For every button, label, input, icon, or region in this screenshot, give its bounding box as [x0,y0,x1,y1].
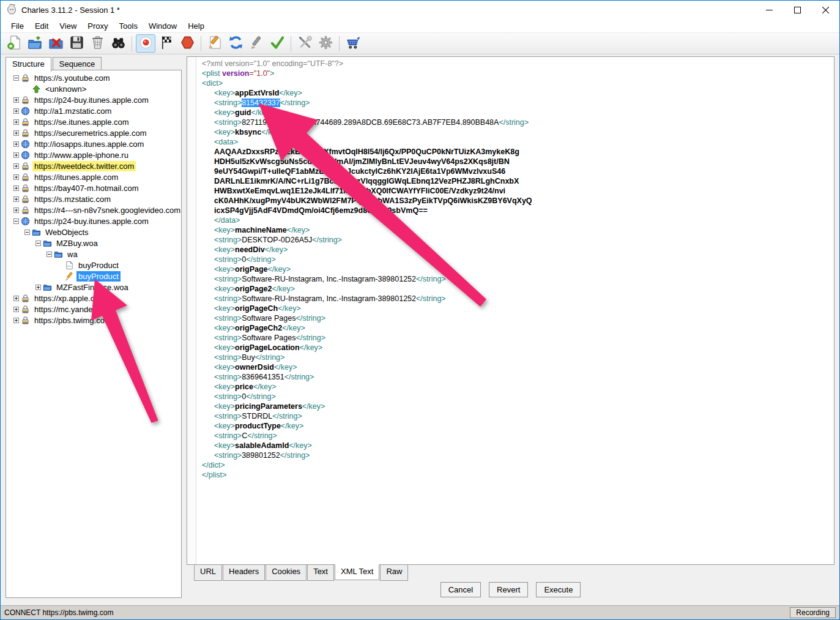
menu-proxy[interactable]: Proxy [82,20,113,32]
expand-toggle-icon[interactable] [13,318,19,323]
viewer-tabs: URLHeadersCookiesTextXML TextRaw [194,565,409,581]
tab-structure[interactable]: Structure [6,57,51,72]
collapse-toggle-icon[interactable] [13,75,19,81]
tree-item[interactable]: http://a1.mzstatic.com [6,105,181,116]
expand-toggle-icon[interactable] [13,307,19,312]
menu-view[interactable]: View [54,20,82,32]
tree-item[interactable]: http://iosapps.itunes.apple.com [6,138,181,149]
toolbar-separator [201,36,201,51]
tools-button[interactable] [295,34,314,53]
xml-token: </string> [295,314,325,323]
expand-toggle-icon[interactable] [13,130,19,136]
xml-token: </string> [246,255,276,264]
tree-item[interactable]: MZBuy.woa [6,237,181,248]
expand-toggle-icon[interactable] [13,185,19,191]
tree-item[interactable]: https://xp.apple.com [6,293,181,304]
cancel-button[interactable]: Cancel [440,582,481,597]
xml-token: </key> [278,304,301,313]
expand-toggle-icon[interactable] [13,97,19,103]
tree-item[interactable]: MZFastFinance.woa [6,282,181,293]
tab-headers[interactable]: Headers [223,565,265,581]
xml-token: <key> [214,226,235,234]
expand-toggle-icon[interactable] [13,207,19,213]
status-text: CONNECT https://pbs.twimg.com [4,608,114,617]
tree-item[interactable]: https://securemetrics.apple.com [6,127,181,138]
new-session-button[interactable] [4,34,24,53]
collapse-toggle-icon[interactable] [35,241,41,246]
validate-button[interactable] [267,34,287,53]
breakpoints-button[interactable] [177,34,197,53]
close-button[interactable] [811,1,839,19]
xml-line: <string>0</string> [197,392,833,402]
tab-xml-text[interactable]: XML Text [335,564,379,580]
tab-raw[interactable]: Raw [380,565,408,581]
expand-toggle-icon[interactable] [13,152,19,158]
xml-token: <key> [214,422,235,430]
tab-url[interactable]: URL [194,565,222,581]
menu-edit[interactable]: Edit [29,20,54,32]
xml-token: </dict> [202,461,225,469]
xml-line: <string>82711928.B8395A.3A744689.289A8DC… [197,118,833,127]
expand-toggle-icon[interactable] [13,296,19,301]
repeat-button[interactable] [226,34,245,53]
tree-item[interactable]: https://itunes.apple.com [6,171,181,182]
menu-file[interactable]: File [6,20,29,32]
itunes-cart-button[interactable] [343,34,363,53]
collapse-toggle-icon[interactable] [46,252,52,257]
tree-item[interactable]: https://tweetdeck.twitter.com [6,160,181,171]
expand-toggle-icon[interactable] [13,196,19,202]
settings-button[interactable] [316,34,335,53]
tree-item[interactable]: https://s.youtube.com [6,72,181,83]
tree-item[interactable]: https://r4---sn-n8v7snek.googlevideo.com [6,204,181,215]
tree-item[interactable]: https://bay407-m.hotmail.com [6,182,181,193]
menu-help[interactable]: Help [182,20,210,32]
tree-item[interactable]: https://pbs.twimg.com [6,315,181,326]
pencil-gray-icon [249,35,264,53]
expand-toggle-icon[interactable] [13,119,19,125]
find-button[interactable] [108,34,128,53]
open-session-button[interactable] [25,34,45,53]
clear-session-button[interactable] [87,34,107,53]
menu-tools[interactable]: Tools [114,20,143,32]
selected-text: 815432337 [242,99,280,107]
expand-toggle-icon[interactable] [13,108,19,114]
collapse-toggle-icon[interactable] [24,230,30,235]
tree-item-label: https://p24-buy.itunes.apple.com [32,95,151,105]
tree-item[interactable]: <>buyProduct [6,260,181,271]
xml-token: <string> [214,431,242,440]
tree-item[interactable]: https://s.mzstatic.com [6,193,181,204]
xml-line: <string>STDRDL</string> [197,411,833,421]
xml-token: </key> [261,128,284,136]
tab-text[interactable]: Text [307,565,334,581]
collapse-toggle-icon[interactable] [13,218,19,224]
xml-token: <key> [214,402,235,411]
expand-toggle-icon[interactable] [13,163,19,169]
revert-button[interactable]: Revert [489,582,528,597]
save-session-button[interactable] [67,34,86,53]
expand-toggle-icon[interactable] [35,285,41,290]
menu-window[interactable]: Window [143,20,182,32]
tree-item[interactable]: WebObjects [6,226,181,237]
tree-item[interactable]: https://se.itunes.apple.com [6,116,181,127]
tree-item[interactable]: http://www.apple-iphone.ru [6,149,181,160]
xml-token: </key> [287,226,310,234]
throttling-button[interactable] [157,34,176,53]
tree-item[interactable]: https://p24-buy.itunes.apple.com [6,94,181,105]
maximize-button[interactable] [783,1,811,19]
minimize-button[interactable] [755,1,783,19]
expand-toggle-icon[interactable] [13,141,19,147]
execute-button[interactable]: Execute [536,582,581,597]
record-button[interactable] [136,34,155,53]
tree-item[interactable]: https://mc.yandex.ru [6,304,181,315]
lock-icon [21,316,30,325]
compose-button[interactable] [205,34,225,53]
tree-item[interactable]: wa [6,248,181,260]
edit-button[interactable] [247,34,266,53]
tree-item[interactable]: https://p24-buy.itunes.apple.com [6,215,181,226]
tab-cookies[interactable]: Cookies [266,565,307,581]
tree-item[interactable]: buyProduct [6,271,181,282]
tree-item[interactable]: <unknown> [6,83,181,94]
expand-toggle-icon[interactable] [13,174,19,180]
toolbar [1,33,839,54]
close-session-button[interactable] [46,34,65,53]
